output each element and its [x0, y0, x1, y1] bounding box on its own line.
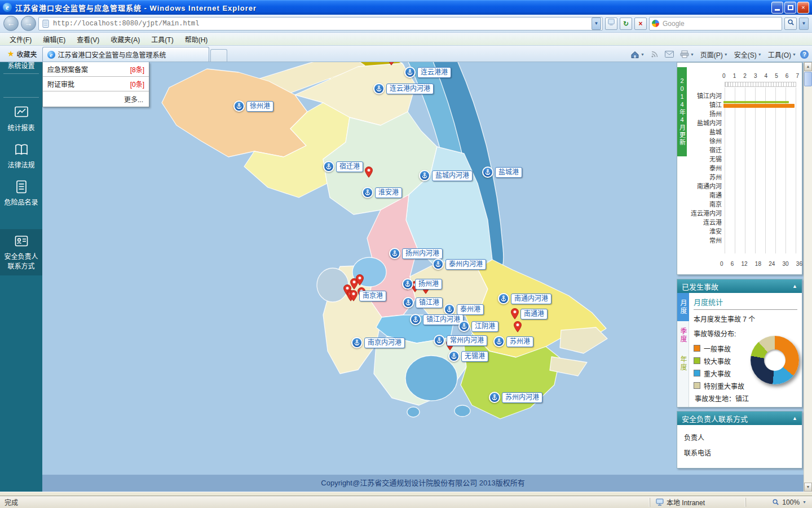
port-marker[interactable]: 南通港 — [511, 308, 548, 319]
scroll-up-button[interactable]: ▲ — [804, 62, 812, 71]
address-dropdown-button[interactable]: ▼ — [592, 17, 601, 30]
search-button[interactable] — [784, 17, 797, 30]
chart-row-label: 盐城 — [677, 127, 723, 136]
address-bar[interactable]: http://localhost:8080/yjpt/Main.html ▼ — [38, 17, 603, 30]
home-button[interactable]: ▼ — [628, 49, 647, 60]
chart-row: 淮安 — [677, 226, 797, 235]
certificate-approval-count[interactable]: [0条] — [130, 79, 144, 89]
tab-yearly[interactable]: 年度 — [677, 349, 689, 378]
back-button[interactable]: ← — [3, 16, 19, 31]
anchor-icon — [410, 314, 421, 325]
menu-item[interactable]: 收藏夹(A) — [105, 33, 145, 46]
tab-quarterly[interactable]: 季度 — [677, 321, 689, 349]
axis-tick-label: 6 — [785, 73, 789, 79]
chart-row: 南通 — [677, 190, 797, 199]
port-marker[interactable]: 南京内河港 — [351, 337, 405, 348]
port-marker[interactable]: 常州内河港 — [434, 335, 487, 346]
port-marker[interactable]: 南京港 — [350, 290, 386, 301]
print-button[interactable]: ▼ — [678, 49, 696, 59]
read-mail-button[interactable] — [663, 50, 676, 59]
port-marker[interactable]: 江阴港 — [458, 321, 498, 332]
port-marker[interactable]: 淮安港 — [362, 187, 402, 198]
sidebar-item-laws[interactable]: 法律法规 — [0, 142, 42, 170]
restore-button[interactable] — [784, 2, 796, 14]
chart-row: 盐城 — [677, 127, 797, 136]
sidebar-item-safety-contacts[interactable]: 安全负责人 联系方式 — [0, 229, 42, 275]
chart-tick-strip — [725, 82, 796, 87]
port-marker[interactable]: 盐城港 — [482, 167, 522, 178]
new-tab-stub[interactable] — [210, 49, 227, 62]
minimize-button[interactable] — [771, 2, 783, 14]
port-marker[interactable]: 南通内河港 — [498, 293, 551, 304]
accidents-panel-header[interactable]: 已发生事故 ▲ — [677, 279, 802, 293]
menu-item[interactable]: 文件(F) — [5, 33, 37, 46]
tools-menu-button[interactable]: 工具(O) ▼ — [766, 49, 798, 60]
chart-row-label: 扬州 — [677, 109, 723, 118]
favorites-bar: ★ 收藏夹 e 江苏省港口安全监管与应急管理系统 ▼ — [0, 46, 812, 62]
status-bar: 完成 本地 Intranet 100% ▼ — [0, 496, 812, 508]
port-marker[interactable]: 扬州港 — [402, 278, 442, 290]
menu-item[interactable]: 查看(V) — [72, 33, 104, 46]
sidebar-item-hazmat[interactable]: 危险品名录 — [0, 179, 42, 207]
port-marker[interactable]: 连云港内河港 — [373, 83, 434, 94]
forward-button[interactable]: → — [21, 16, 36, 31]
axis-tick-label: 24 — [769, 261, 775, 267]
favorites-button[interactable]: ★ 收藏夹 — [2, 47, 42, 60]
sidebar-item-statistics[interactable]: 统计报表 — [0, 105, 42, 133]
anchor-icon — [419, 170, 430, 181]
monthly-summary: 本月度发生事故 7 个 — [694, 314, 797, 323]
certificate-approval-row: 附证审批 [0条] — [43, 77, 149, 91]
url-text[interactable]: http://localhost:8080/yjpt/Main.html — [53, 20, 592, 28]
vertical-scrollbar[interactable]: ▲ ▼ — [804, 62, 812, 492]
port-marker[interactable]: 苏州内河港 — [489, 392, 542, 403]
port-marker[interactable]: 无锡港 — [448, 351, 488, 362]
emergency-plan-count[interactable]: [8条] — [130, 64, 144, 74]
safety-menu-button[interactable]: 安全(S) ▼ — [732, 49, 764, 60]
search-box[interactable]: Google — [649, 17, 782, 30]
collapse-icon[interactable]: ▲ — [792, 283, 797, 289]
refresh-button[interactable]: ↻ — [620, 17, 632, 30]
more-link[interactable]: 更多... — [43, 91, 149, 107]
sidebar-item-system-settings[interactable]: 系统设置 — [0, 62, 42, 70]
port-marker[interactable]: 连云港港 — [404, 67, 451, 78]
tab-monthly[interactable]: 月度 — [677, 293, 689, 321]
menu-item[interactable]: 编辑(E) — [38, 33, 70, 46]
tools-dropdown-icon: ▼ — [792, 52, 796, 56]
horizontal-scrollbar[interactable] — [0, 492, 812, 496]
scrollbar-thumb[interactable] — [804, 72, 812, 86]
port-marker[interactable]: 镇江港 — [403, 297, 443, 308]
accidents-panel-title: 已发生事故 — [682, 281, 718, 292]
page-menu-button[interactable]: 页面(P) ▼ — [698, 49, 730, 60]
port-marker[interactable]: 扬州内河港 — [389, 248, 443, 259]
feeds-button[interactable] — [648, 49, 661, 59]
port-marker[interactable]: 盐城内河港 — [419, 170, 473, 181]
sidebar-divider — [3, 97, 39, 98]
help-button[interactable]: ? — [800, 50, 809, 59]
contact-panel-header[interactable]: 安全负责人联系方式 ▲ — [677, 411, 802, 425]
collapse-icon[interactable]: ▲ — [792, 415, 797, 421]
port-marker[interactable]: 苏州港 — [493, 336, 533, 347]
port-marker[interactable]: 徐州港 — [233, 100, 273, 112]
contact-panel-body: 负责人 联系电话 — [677, 425, 802, 467]
emergency-plan-label: 应急预案备案 — [47, 64, 88, 74]
donut-hole — [764, 349, 785, 371]
close-button[interactable]: × — [797, 2, 809, 14]
chart-row: 宿迁 — [677, 145, 797, 154]
tab-active[interactable]: e 江苏省港口安全监管与应急管理系统 — [42, 47, 209, 62]
menu-item[interactable]: 工具(T) — [146, 33, 178, 46]
port-marker[interactable]: 镇江内河港 — [410, 314, 464, 325]
page-icon — [41, 19, 50, 28]
stop-button[interactable]: × — [634, 17, 647, 30]
port-marker[interactable]: 泰州内河港 — [433, 259, 486, 270]
location-pin-icon — [350, 290, 358, 301]
port-marker[interactable]: 宿迁港 — [323, 161, 363, 172]
zoom-control[interactable]: 100% ▼ — [745, 498, 812, 507]
sidebar-item-label: 联系方式 — [0, 262, 42, 271]
scroll-down-button[interactable]: ▼ — [804, 483, 812, 492]
axis-tick-label: 2 — [743, 73, 747, 79]
compatibility-view-button[interactable] — [605, 17, 617, 30]
menu-item[interactable]: 帮助(H) — [180, 33, 213, 46]
port-marker[interactable]: 泰州港 — [444, 304, 484, 315]
search-dropdown-button[interactable]: ▼ — [799, 17, 809, 30]
axis-tick-label: 0 — [720, 261, 723, 267]
